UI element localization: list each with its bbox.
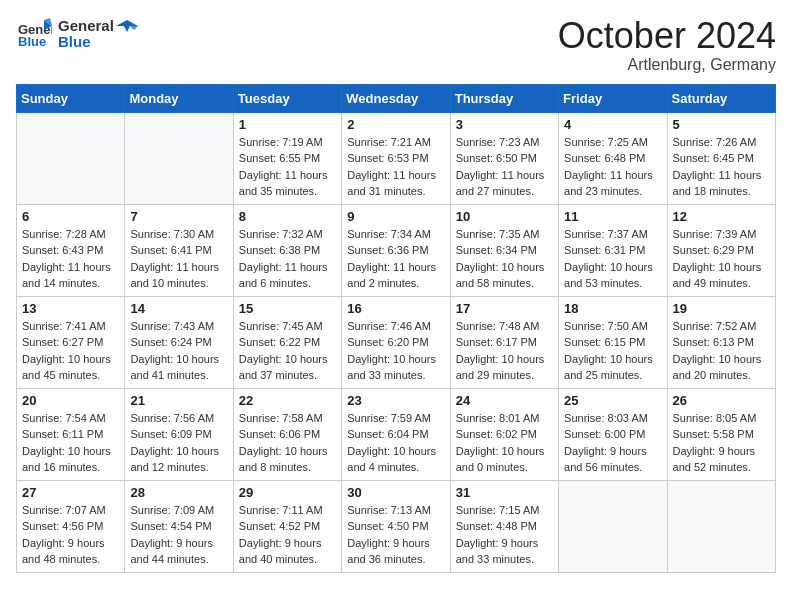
calendar-cell: 5Sunrise: 7:26 AM Sunset: 6:45 PM Daylig… [667,112,775,204]
day-number: 30 [347,485,444,500]
day-number: 21 [130,393,227,408]
day-info: Sunrise: 7:25 AM Sunset: 6:48 PM Dayligh… [564,134,661,200]
day-number: 19 [673,301,770,316]
day-info: Sunrise: 7:37 AM Sunset: 6:31 PM Dayligh… [564,226,661,292]
calendar-cell: 25Sunrise: 8:03 AM Sunset: 6:00 PM Dayli… [559,388,667,480]
day-number: 1 [239,117,336,132]
logo: General Blue General Blue [16,16,138,52]
calendar-week-row: 1Sunrise: 7:19 AM Sunset: 6:55 PM Daylig… [17,112,776,204]
day-number: 26 [673,393,770,408]
calendar-cell [17,112,125,204]
svg-marker-5 [130,26,138,30]
logo-general-text: General [58,18,114,35]
day-info: Sunrise: 7:43 AM Sunset: 6:24 PM Dayligh… [130,318,227,384]
calendar-header-thursday: Thursday [450,84,558,112]
calendar-header-friday: Friday [559,84,667,112]
day-info: Sunrise: 7:26 AM Sunset: 6:45 PM Dayligh… [673,134,770,200]
day-number: 6 [22,209,119,224]
location-title: Artlenburg, Germany [558,56,776,74]
day-number: 24 [456,393,553,408]
calendar-cell: 29Sunrise: 7:11 AM Sunset: 4:52 PM Dayli… [233,480,341,572]
day-number: 22 [239,393,336,408]
day-number: 14 [130,301,227,316]
day-info: Sunrise: 7:34 AM Sunset: 6:36 PM Dayligh… [347,226,444,292]
calendar-cell [125,112,233,204]
calendar-cell: 19Sunrise: 7:52 AM Sunset: 6:13 PM Dayli… [667,296,775,388]
day-number: 4 [564,117,661,132]
calendar-week-row: 13Sunrise: 7:41 AM Sunset: 6:27 PM Dayli… [17,296,776,388]
calendar-week-row: 6Sunrise: 7:28 AM Sunset: 6:43 PM Daylig… [17,204,776,296]
calendar-cell: 28Sunrise: 7:09 AM Sunset: 4:54 PM Dayli… [125,480,233,572]
day-number: 7 [130,209,227,224]
calendar-cell: 31Sunrise: 7:15 AM Sunset: 4:48 PM Dayli… [450,480,558,572]
calendar-header-saturday: Saturday [667,84,775,112]
day-info: Sunrise: 7:11 AM Sunset: 4:52 PM Dayligh… [239,502,336,568]
day-number: 3 [456,117,553,132]
calendar-week-row: 27Sunrise: 7:07 AM Sunset: 4:56 PM Dayli… [17,480,776,572]
day-number: 8 [239,209,336,224]
calendar-cell: 10Sunrise: 7:35 AM Sunset: 6:34 PM Dayli… [450,204,558,296]
day-info: Sunrise: 7:28 AM Sunset: 6:43 PM Dayligh… [22,226,119,292]
day-info: Sunrise: 7:32 AM Sunset: 6:38 PM Dayligh… [239,226,336,292]
day-info: Sunrise: 7:52 AM Sunset: 6:13 PM Dayligh… [673,318,770,384]
calendar-cell: 12Sunrise: 7:39 AM Sunset: 6:29 PM Dayli… [667,204,775,296]
day-number: 16 [347,301,444,316]
calendar-cell: 14Sunrise: 7:43 AM Sunset: 6:24 PM Dayli… [125,296,233,388]
page-header: General Blue General Blue October 2024 A… [16,16,776,74]
calendar-cell: 15Sunrise: 7:45 AM Sunset: 6:22 PM Dayli… [233,296,341,388]
calendar-week-row: 20Sunrise: 7:54 AM Sunset: 6:11 PM Dayli… [17,388,776,480]
day-number: 25 [564,393,661,408]
calendar-cell: 2Sunrise: 7:21 AM Sunset: 6:53 PM Daylig… [342,112,450,204]
calendar-cell: 17Sunrise: 7:48 AM Sunset: 6:17 PM Dayli… [450,296,558,388]
day-number: 5 [673,117,770,132]
day-info: Sunrise: 8:03 AM Sunset: 6:00 PM Dayligh… [564,410,661,476]
day-info: Sunrise: 7:07 AM Sunset: 4:56 PM Dayligh… [22,502,119,568]
logo-blue-text: Blue [58,34,114,51]
day-number: 29 [239,485,336,500]
day-info: Sunrise: 7:15 AM Sunset: 4:48 PM Dayligh… [456,502,553,568]
calendar-cell: 30Sunrise: 7:13 AM Sunset: 4:50 PM Dayli… [342,480,450,572]
calendar-cell: 23Sunrise: 7:59 AM Sunset: 6:04 PM Dayli… [342,388,450,480]
calendar-cell: 21Sunrise: 7:56 AM Sunset: 6:09 PM Dayli… [125,388,233,480]
calendar-cell: 22Sunrise: 7:58 AM Sunset: 6:06 PM Dayli… [233,388,341,480]
calendar-cell: 11Sunrise: 7:37 AM Sunset: 6:31 PM Dayli… [559,204,667,296]
day-number: 10 [456,209,553,224]
calendar-table: SundayMondayTuesdayWednesdayThursdayFrid… [16,84,776,573]
day-number: 23 [347,393,444,408]
calendar-cell: 3Sunrise: 7:23 AM Sunset: 6:50 PM Daylig… [450,112,558,204]
calendar-header-tuesday: Tuesday [233,84,341,112]
title-block: October 2024 Artlenburg, Germany [558,16,776,74]
calendar-cell: 8Sunrise: 7:32 AM Sunset: 6:38 PM Daylig… [233,204,341,296]
calendar-cell: 24Sunrise: 8:01 AM Sunset: 6:02 PM Dayli… [450,388,558,480]
day-number: 20 [22,393,119,408]
calendar-cell: 27Sunrise: 7:07 AM Sunset: 4:56 PM Dayli… [17,480,125,572]
calendar-cell: 6Sunrise: 7:28 AM Sunset: 6:43 PM Daylig… [17,204,125,296]
day-info: Sunrise: 8:01 AM Sunset: 6:02 PM Dayligh… [456,410,553,476]
calendar-cell: 16Sunrise: 7:46 AM Sunset: 6:20 PM Dayli… [342,296,450,388]
day-number: 18 [564,301,661,316]
month-title: October 2024 [558,16,776,56]
logo-icon: General Blue [16,16,52,52]
day-info: Sunrise: 7:09 AM Sunset: 4:54 PM Dayligh… [130,502,227,568]
day-info: Sunrise: 8:05 AM Sunset: 5:58 PM Dayligh… [673,410,770,476]
day-number: 9 [347,209,444,224]
day-number: 2 [347,117,444,132]
day-info: Sunrise: 7:13 AM Sunset: 4:50 PM Dayligh… [347,502,444,568]
calendar-cell: 20Sunrise: 7:54 AM Sunset: 6:11 PM Dayli… [17,388,125,480]
logo-bird-icon [116,18,138,40]
calendar-cell: 4Sunrise: 7:25 AM Sunset: 6:48 PM Daylig… [559,112,667,204]
day-info: Sunrise: 7:46 AM Sunset: 6:20 PM Dayligh… [347,318,444,384]
calendar-cell: 1Sunrise: 7:19 AM Sunset: 6:55 PM Daylig… [233,112,341,204]
day-info: Sunrise: 7:56 AM Sunset: 6:09 PM Dayligh… [130,410,227,476]
day-info: Sunrise: 7:23 AM Sunset: 6:50 PM Dayligh… [456,134,553,200]
calendar-cell: 18Sunrise: 7:50 AM Sunset: 6:15 PM Dayli… [559,296,667,388]
day-number: 27 [22,485,119,500]
calendar-cell: 7Sunrise: 7:30 AM Sunset: 6:41 PM Daylig… [125,204,233,296]
day-info: Sunrise: 7:30 AM Sunset: 6:41 PM Dayligh… [130,226,227,292]
calendar-cell: 26Sunrise: 8:05 AM Sunset: 5:58 PM Dayli… [667,388,775,480]
day-info: Sunrise: 7:35 AM Sunset: 6:34 PM Dayligh… [456,226,553,292]
calendar-header-sunday: Sunday [17,84,125,112]
day-number: 11 [564,209,661,224]
day-info: Sunrise: 7:50 AM Sunset: 6:15 PM Dayligh… [564,318,661,384]
day-info: Sunrise: 7:58 AM Sunset: 6:06 PM Dayligh… [239,410,336,476]
